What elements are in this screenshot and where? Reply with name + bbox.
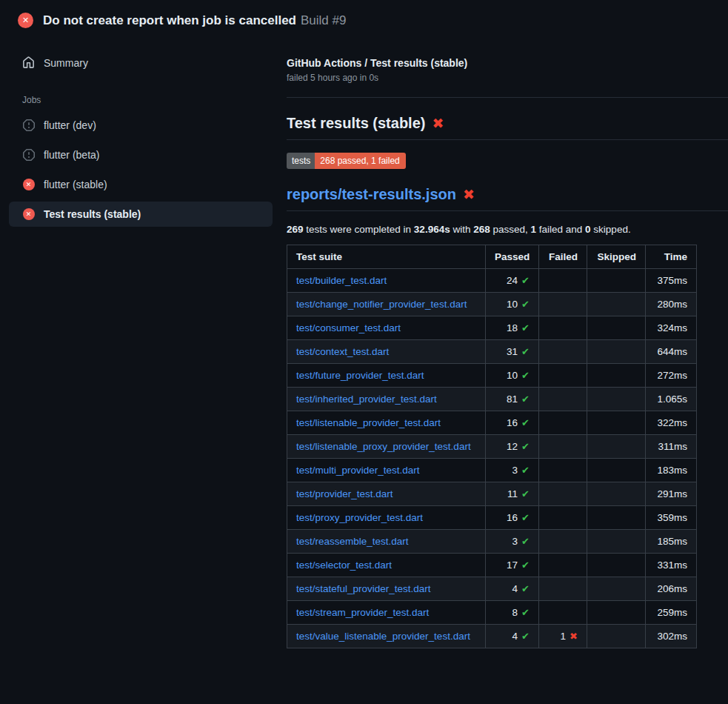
badge-value: 268 passed, 1 failed bbox=[315, 153, 405, 169]
table-cell: 311ms bbox=[646, 435, 697, 459]
table-cell bbox=[539, 530, 587, 554]
table-cell-suite: test/proxy_provider_test.dart bbox=[287, 506, 486, 530]
failed-x-circle-icon: ✕ bbox=[18, 13, 33, 28]
jobs-list: flutter (dev) flutter (beta) ✕ flutter (… bbox=[9, 113, 273, 227]
table-cell bbox=[539, 459, 587, 482]
check-icon: ✔ bbox=[521, 465, 530, 476]
test-suite-link[interactable]: test/proxy_provider_test.dart bbox=[296, 512, 423, 523]
sidebar-item-flutter-dev[interactable]: flutter (dev) bbox=[9, 113, 273, 138]
table-row: test/context_test.dart31✔644ms bbox=[287, 340, 697, 364]
failed-x-circle-icon: ✕ bbox=[22, 208, 35, 220]
failed-x-circle-icon: ✕ bbox=[22, 179, 35, 190]
test-suite-link[interactable]: test/builder_test.dart bbox=[296, 275, 387, 286]
table-cell bbox=[539, 388, 587, 411]
test-suite-link[interactable]: test/selector_test.dart bbox=[296, 559, 392, 571]
table-cell: 359ms bbox=[646, 506, 697, 530]
table-cell-suite: test/context_test.dart bbox=[287, 340, 486, 364]
table-cell bbox=[539, 482, 587, 506]
table-row: test/multi_provider_test.dart3✔183ms bbox=[287, 459, 697, 482]
table-cell-suite: test/reassemble_test.dart bbox=[287, 530, 486, 554]
table-row: test/proxy_provider_test.dart16✔359ms bbox=[287, 506, 697, 530]
check-icon: ✔ bbox=[521, 441, 530, 452]
test-suite-link[interactable]: test/change_notifier_provider_test.dart bbox=[296, 299, 467, 310]
test-suite-link[interactable]: test/stream_provider_test.dart bbox=[296, 607, 429, 618]
table-cell: 280ms bbox=[646, 293, 697, 316]
sidebar-item-label: flutter (beta) bbox=[44, 149, 99, 161]
table-row: test/stateful_provider_test.dart4✔206ms bbox=[287, 577, 697, 601]
divider bbox=[287, 97, 728, 98]
sidebar-item-label: flutter (dev) bbox=[44, 119, 96, 131]
table-cell-suite: test/stream_provider_test.dart bbox=[287, 601, 486, 625]
table-cell: 3✔ bbox=[486, 530, 539, 554]
check-icon: ✔ bbox=[521, 607, 530, 618]
sidebar-item-test-results-stable[interactable]: ✕ Test results (stable) bbox=[9, 202, 273, 227]
table-cell-suite: test/builder_test.dart bbox=[287, 269, 486, 293]
table-cell: 4✔ bbox=[486, 625, 539, 648]
build-number: Build #9 bbox=[301, 13, 346, 27]
table-cell-suite: test/selector_test.dart bbox=[287, 554, 486, 577]
jobs-section-label: Jobs bbox=[9, 95, 273, 105]
table-cell-suite: test/listenable_provider_test.dart bbox=[287, 411, 486, 435]
table-cell bbox=[587, 435, 646, 459]
test-suite-link[interactable]: test/context_test.dart bbox=[296, 346, 389, 357]
table-cell: 302ms bbox=[646, 625, 697, 648]
check-icon: ✔ bbox=[521, 393, 530, 405]
table-cell-suite: test/provider_test.dart bbox=[287, 482, 486, 506]
table-cell bbox=[587, 530, 646, 554]
table-cell: 10✔ bbox=[486, 364, 539, 388]
test-suite-link[interactable]: test/multi_provider_test.dart bbox=[296, 465, 420, 476]
check-icon: ✔ bbox=[521, 631, 530, 642]
tests-badge: tests 268 passed, 1 failed bbox=[287, 153, 406, 169]
sidebar-item-flutter-beta[interactable]: flutter (beta) bbox=[9, 142, 273, 167]
badge-label: tests bbox=[287, 153, 315, 169]
table-row: test/stream_provider_test.dart8✔259ms bbox=[287, 601, 697, 625]
test-suite-link[interactable]: test/reassemble_test.dart bbox=[296, 536, 409, 547]
table-cell bbox=[587, 506, 646, 530]
table-cell: 206ms bbox=[646, 577, 697, 601]
sidebar-item-summary[interactable]: Summary bbox=[9, 50, 273, 76]
table-cell bbox=[587, 316, 646, 340]
table-cell bbox=[539, 340, 587, 364]
main-content: GitHub Actions / Test results (stable) f… bbox=[281, 39, 728, 648]
table-cell-suite: test/stateful_provider_test.dart bbox=[287, 577, 486, 601]
test-results-table: Test suite Passed Failed Skipped Time te… bbox=[287, 245, 697, 648]
test-suite-link[interactable]: test/consumer_test.dart bbox=[296, 322, 401, 333]
table-cell-suite: test/future_provider_test.dart bbox=[287, 364, 486, 388]
check-icon: ✔ bbox=[521, 346, 530, 357]
table-row: test/listenable_provider_test.dart16✔322… bbox=[287, 411, 697, 435]
test-suite-link[interactable]: test/inherited_provider_test.dart bbox=[296, 393, 437, 405]
table-cell bbox=[587, 601, 646, 625]
table-row: test/consumer_test.dart18✔324ms bbox=[287, 316, 697, 340]
test-suite-link[interactable]: test/future_provider_test.dart bbox=[296, 370, 424, 381]
cancelled-stop-icon bbox=[22, 149, 35, 161]
table-cell: 12✔ bbox=[486, 435, 539, 459]
table-cell-suite: test/inherited_provider_test.dart bbox=[287, 388, 486, 411]
test-suite-link[interactable]: test/listenable_proxy_provider_test.dart bbox=[296, 441, 471, 452]
test-suite-link[interactable]: test/provider_test.dart bbox=[296, 488, 393, 499]
table-cell: 1✖ bbox=[539, 625, 587, 648]
table-cell: 272ms bbox=[646, 364, 697, 388]
table-cell: 375ms bbox=[646, 269, 697, 293]
table-cell: 4✔ bbox=[486, 577, 539, 601]
check-icon: ✔ bbox=[521, 583, 530, 594]
sidebar-item-label: flutter (stable) bbox=[44, 179, 107, 190]
test-suite-link[interactable]: test/value_listenable_provider_test.dart bbox=[296, 631, 470, 642]
test-suite-link[interactable]: test/listenable_provider_test.dart bbox=[296, 417, 441, 428]
table-cell bbox=[587, 340, 646, 364]
table-cell: 24✔ bbox=[486, 269, 539, 293]
table-cell bbox=[587, 269, 646, 293]
table-cell: 31✔ bbox=[486, 340, 539, 364]
table-cell bbox=[587, 293, 646, 316]
table-cell bbox=[539, 554, 587, 577]
check-icon: ✔ bbox=[521, 512, 530, 523]
check-run-header: ✕ Do not create report when job is cance… bbox=[0, 0, 728, 39]
sidebar-item-flutter-stable[interactable]: ✕ flutter (stable) bbox=[9, 172, 273, 197]
column-header-test-suite: Test suite bbox=[287, 245, 486, 269]
table-cell bbox=[539, 364, 587, 388]
cancelled-stop-icon bbox=[22, 119, 35, 131]
table-cell: 10✔ bbox=[486, 293, 539, 316]
report-file-link[interactable]: reports/test-results.json bbox=[287, 186, 456, 202]
check-icon: ✔ bbox=[521, 299, 530, 310]
test-suite-link[interactable]: test/stateful_provider_test.dart bbox=[296, 583, 431, 594]
check-icon: ✔ bbox=[521, 559, 530, 571]
